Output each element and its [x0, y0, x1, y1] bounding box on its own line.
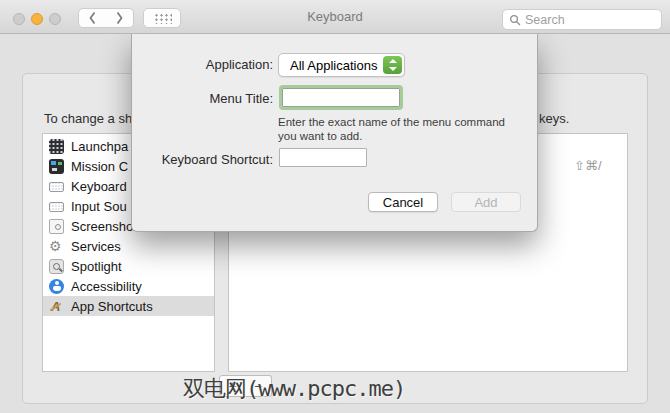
category-row[interactable]: App Shortcuts [43, 296, 214, 316]
category-label: Screensho [71, 219, 133, 234]
add-shortcut-sheet: Application: All Applications Menu Title… [131, 34, 538, 232]
screenshots-icon [49, 219, 64, 234]
add-button[interactable]: Add [451, 192, 521, 212]
search-icon [509, 14, 521, 26]
category-label: Input Sou [71, 199, 127, 214]
category-label: Services [71, 239, 121, 254]
category-label: Spotlight [71, 259, 122, 274]
app-shortcuts-icon [49, 299, 64, 314]
category-label: Launchpa [71, 139, 128, 154]
category-label: Accessibility [71, 279, 142, 294]
application-popup-value: All Applications [290, 58, 377, 73]
launchpad-icon [49, 139, 64, 154]
keyboard-shortcut-input[interactable] [279, 148, 367, 167]
category-label: App Shortcuts [71, 299, 153, 314]
spotlight-icon [49, 259, 64, 274]
application-popup[interactable]: All Applications [278, 53, 405, 77]
watermark: 双电网(www.pcpc.me) [183, 374, 405, 404]
menu-title-label: Menu Title: [132, 91, 273, 106]
category-row[interactable]: Spotlight [43, 256, 214, 276]
category-label: Mission C [71, 159, 128, 174]
category-label: Keyboard [71, 179, 127, 194]
search-field[interactable] [502, 9, 662, 30]
mission-control-icon [49, 159, 64, 174]
shortcut-key-value: ⇧⌘/ [574, 158, 602, 173]
category-row[interactable]: Accessibility [43, 276, 214, 296]
keyboard-shortcut-label: Keyboard Shortcut: [132, 152, 273, 167]
search-input[interactable] [525, 13, 655, 27]
accessibility-icon [49, 279, 64, 294]
helper-text-line2: you want to add. [278, 130, 362, 142]
input-sources-icon [49, 202, 64, 212]
instruction-text-left: To change a sh [44, 111, 132, 126]
cancel-button[interactable]: Cancel [368, 192, 438, 212]
services-icon [49, 239, 64, 254]
popup-stepper-icon [383, 56, 402, 74]
helper-text-line1: Enter the exact name of the menu command [278, 116, 505, 128]
titlebar: Keyboard [0, 0, 670, 34]
category-row[interactable]: Services [43, 236, 214, 256]
instruction-text-right: keys. [539, 111, 569, 126]
keyboard-icon [49, 182, 64, 192]
application-label: Application: [132, 57, 273, 72]
menu-title-input[interactable] [282, 88, 400, 107]
